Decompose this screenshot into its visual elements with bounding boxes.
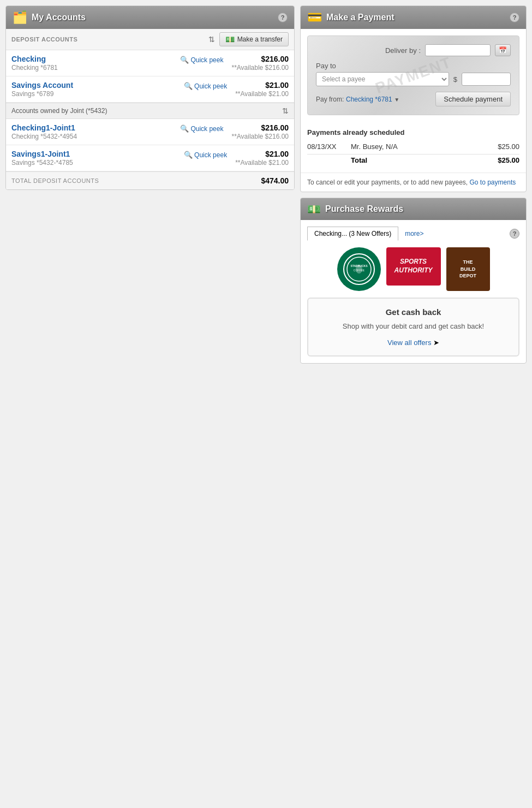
amount-input[interactable] xyxy=(462,73,511,86)
account-info-savings: Savings Account Savings *6789 xyxy=(11,81,176,98)
rewards-more-link[interactable]: more> xyxy=(405,230,423,237)
starbucks-logo: STARBUCKS COFFEE xyxy=(337,247,381,291)
account-row-checking: Checking Checking *6781 🔍 Quick peek $21… xyxy=(6,50,294,76)
account-row-savings1-joint1: Savings1-Joint1 Savings *5432-*4785 🔍 Qu… xyxy=(6,145,294,171)
account-sub-savings1: Savings *5432-*4785 xyxy=(11,159,176,167)
account-info-savings1: Savings1-Joint1 Savings *5432-*4785 xyxy=(11,150,176,167)
total-deposit-amount: $474.00 xyxy=(261,176,289,185)
dollar-label: $ xyxy=(453,75,457,84)
account-amount-savings: $21.00 **Available $21.00 xyxy=(235,81,289,98)
right-column: 💳 Make a Payment ? PAYMENT Deliver by : … xyxy=(300,5,527,364)
account-amount-savings1: $21.00 **Available $21.00 xyxy=(235,150,289,167)
joint-sort-icon[interactable]: ⇅ xyxy=(282,106,289,115)
accounts-help-icon[interactable]: ? xyxy=(278,13,288,22)
view-all-offers-link[interactable]: View all offers xyxy=(387,338,431,347)
account-sub-savings: Savings *6789 xyxy=(11,90,176,98)
amount-main-checking: $216.00 xyxy=(231,55,289,63)
pay-from-label: Pay from: xyxy=(316,96,344,103)
pay-from-label-area: Pay from: Checking *6781 ▼ xyxy=(316,95,399,103)
rewards-panel-header: 💵 Purchase Rewards xyxy=(301,198,526,220)
scheduled-payments-section: Payments already scheduled 08/13/XX Mr. … xyxy=(301,128,526,173)
pay-from-account-link[interactable]: Checking *6781 xyxy=(346,96,392,103)
pay-from-row: Pay from: Checking *6781 ▼ Schedule paym… xyxy=(316,92,511,106)
magnify-icon-savings: 🔍 xyxy=(184,82,193,90)
pay-to-section: Pay to Select a payee $ xyxy=(316,62,511,86)
accounts-icon: 🗂️ xyxy=(13,10,27,25)
payment-panel: 💳 Make a Payment ? PAYMENT Deliver by : … xyxy=(300,5,527,192)
cancel-edit-text: To cancel or edit your payments, or to a… xyxy=(307,179,468,186)
quick-peek-savings: 🔍 Quick peek xyxy=(184,81,227,90)
quick-peek-link-savings[interactable]: Quick peek xyxy=(194,82,227,90)
account-info-checking: Checking Checking *6781 xyxy=(11,55,172,72)
calendar-button[interactable]: 📅 xyxy=(495,44,511,56)
go-to-payments-link[interactable]: Go to payments xyxy=(470,179,516,186)
sports-authority-logo: SPORTSAUTHORITY xyxy=(386,247,441,286)
go-to-payments-area: To cancel or edit your payments, or to a… xyxy=(301,173,526,192)
cash-back-title: Get cash back xyxy=(317,307,510,317)
scheduled-total-label: Total xyxy=(351,156,498,164)
deliver-by-label: Deliver by : xyxy=(385,46,421,55)
amount-available-checking1: **Available $216.00 xyxy=(231,133,289,140)
account-info-checking1: Checking1-Joint1 Checking *5432-*4954 xyxy=(11,123,172,140)
accounts-panel-title: My Accounts xyxy=(32,13,86,22)
scheduled-payee: Mr. Busey, N/A xyxy=(351,142,498,151)
account-amount-checking: $216.00 **Available $216.00 xyxy=(231,55,289,72)
sort-icon[interactable]: ⇅ xyxy=(208,35,215,44)
rewards-body: Checking... (3 New Offers) more> ? STARB… xyxy=(301,220,526,363)
magnify-icon-checking1: 🔍 xyxy=(180,124,189,133)
pay-to-label: Pay to xyxy=(316,62,511,70)
payment-icon: 💳 xyxy=(307,10,322,25)
check-background: PAYMENT Deliver by : 📅 Pay to Select a p… xyxy=(307,35,519,115)
deposit-section: DEPOSIT ACCOUNTS ⇅ 💵 Make a transfer Che… xyxy=(6,29,294,189)
deliver-by-input[interactable] xyxy=(425,44,491,56)
scheduled-total-value: $25.00 xyxy=(498,156,519,164)
cash-back-desc: Shop with your debit card and get cash b… xyxy=(317,321,510,332)
magnify-icon-checking: 🔍 xyxy=(180,56,189,64)
amount-main-checking1: $216.00 xyxy=(231,123,289,132)
account-name-checking1-joint1[interactable]: Checking1-Joint1 xyxy=(11,123,75,132)
cash-back-box: Get cash back Shop with your debit card … xyxy=(307,298,519,357)
dropdown-arrow-icon[interactable]: ▼ xyxy=(394,97,399,103)
joint-label: Accounts owned by Joint (*5432) xyxy=(11,107,282,115)
rewards-tab-checking[interactable]: Checking... (3 New Offers) xyxy=(307,227,398,241)
quick-peek-checking1: 🔍 Quick peek xyxy=(180,123,223,133)
deposit-header: DEPOSIT ACCOUNTS ⇅ 💵 Make a transfer xyxy=(6,29,294,50)
build-depot-logo: THEBUILDDEPOT xyxy=(446,247,490,291)
payment-panel-title: Make a Payment xyxy=(326,13,394,22)
amount-available-savings: **Available $21.00 xyxy=(235,90,289,98)
quick-peek-checking: 🔍 Quick peek xyxy=(180,55,223,64)
account-sub-checking: Checking *6781 xyxy=(11,64,172,72)
joint-header: Accounts owned by Joint (*5432) ⇅ xyxy=(6,103,294,119)
amount-available-savings1: **Available $21.00 xyxy=(235,159,289,167)
payee-select[interactable]: Select a payee xyxy=(316,72,449,86)
total-deposit-label: TOTAL DEPOSIT ACCOUNTS xyxy=(11,177,261,184)
quick-peek-savings1: 🔍 Quick peek xyxy=(184,150,227,159)
starbucks-svg: STARBUCKS COFFEE xyxy=(343,253,375,286)
payment-panel-header: 💳 Make a Payment ? xyxy=(301,6,526,29)
scheduled-date: 08/13/XX xyxy=(307,142,351,151)
rewards-panel: 💵 Purchase Rewards Checking... (3 New Of… xyxy=(300,198,527,364)
account-row-checking1-joint1: Checking1-Joint1 Checking *5432-*4954 🔍 … xyxy=(6,119,294,145)
quick-peek-link-checking[interactable]: Quick peek xyxy=(190,56,223,64)
amount-main-savings: $21.00 xyxy=(235,81,289,90)
accounts-panel-header: 🗂️ My Accounts ? xyxy=(6,6,294,29)
rewards-logos-grid: STARBUCKS COFFEE SPORTSAUTHORITY THEBUIL… xyxy=(307,247,519,291)
scheduled-payment-row: 08/13/XX Mr. Busey, N/A $25.00 xyxy=(307,141,519,152)
deposit-label: DEPOSIT ACCOUNTS xyxy=(11,36,208,43)
view-all-arrow-icon: ➤ xyxy=(433,338,439,347)
magnify-icon-savings1: 🔍 xyxy=(184,151,193,159)
account-name-savings[interactable]: Savings Account xyxy=(11,81,73,90)
quick-peek-link-checking1[interactable]: Quick peek xyxy=(190,125,223,133)
account-name-savings1-joint1[interactable]: Savings1-Joint1 xyxy=(11,150,70,158)
pay-to-row: Select a payee $ xyxy=(316,72,511,86)
rewards-help-icon[interactable]: ? xyxy=(510,229,519,239)
deliver-by-row: Deliver by : 📅 xyxy=(316,44,511,56)
view-all-offers-area: View all offers ➤ xyxy=(317,338,510,347)
payment-help-icon[interactable]: ? xyxy=(510,13,519,22)
accounts-panel: 🗂️ My Accounts ? DEPOSIT ACCOUNTS ⇅ 💵 Ma… xyxy=(5,5,295,190)
schedule-payment-button[interactable]: Schedule payment xyxy=(435,92,511,106)
account-name-checking[interactable]: Checking xyxy=(11,55,46,63)
quick-peek-link-savings1[interactable]: Quick peek xyxy=(194,151,227,159)
amount-available-checking: **Available $216.00 xyxy=(231,64,289,72)
make-transfer-button[interactable]: 💵 Make a transfer xyxy=(219,32,289,46)
